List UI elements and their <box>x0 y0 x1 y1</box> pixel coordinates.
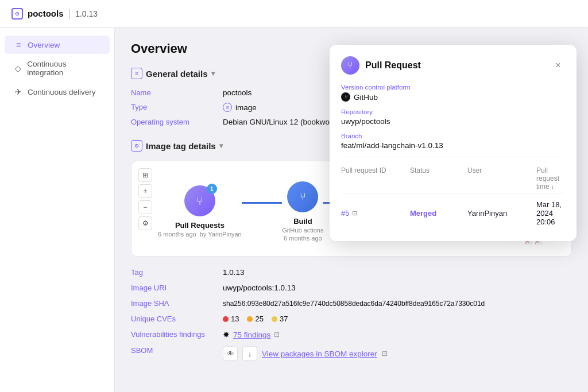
th-status: Status <box>410 166 467 191</box>
cd-icon: ✈ <box>14 87 23 96</box>
sidebar-item-ci[interactable]: ◇ Continuous integration <box>5 55 110 81</box>
popup-field-platform: Version control platform ⑂ GitHub <box>341 84 565 102</box>
type-icon: ⊙ <box>223 103 232 112</box>
connector-pr-build <box>242 202 283 204</box>
cve-red: 13 <box>223 315 239 323</box>
sidebar-label-cd: Continuous delivery <box>28 88 96 96</box>
sidebar-label-overview: Overview <box>28 41 60 49</box>
pipeline-node-pr[interactable]: ⑂ 1 Pull Requests 6 months ago by YarinP… <box>158 185 242 238</box>
popup-title: Pull Request <box>365 60 421 71</box>
sidebar-item-cd[interactable]: ✈ Continuous delivery <box>5 83 110 101</box>
pr-circle[interactable]: ⑂ 1 <box>184 185 215 216</box>
info-value-sha: sha256:093e80d27a516fc9e7740dc50858dedac… <box>223 299 572 308</box>
popup-icon: ⑂ <box>341 56 359 75</box>
overview-icon: ≡ <box>14 40 23 49</box>
info-grid: Tag 1.0.13 Image URI uwyp/poctools:1.0.1… <box>131 268 572 361</box>
general-details-chevron[interactable]: ▾ <box>211 69 215 77</box>
top-bar: ⊙ poctools | 1.0.13 <box>0 0 588 28</box>
popup-header: ⑂ Pull Request × <box>341 56 565 75</box>
cve-orange-dot <box>247 316 253 322</box>
findings-emoji: ✸ <box>223 330 230 339</box>
popup-field-repo: Repository uwyp/poctools <box>341 108 565 126</box>
popup-label-repo: Repository <box>341 108 565 115</box>
info-label-sha: Image SHA <box>131 299 223 308</box>
main-content: Overview ≡ General details ▾ Name poctoo… <box>115 28 588 392</box>
cve-yellow: 37 <box>272 315 288 323</box>
field-label-name: Name <box>131 88 223 97</box>
popup-divider <box>341 157 565 157</box>
info-value-sbom: 👁 ↓ View packages in SBOM explorer ⊡ <box>223 346 572 361</box>
github-icon: ⑂ <box>341 92 350 102</box>
cve-red-dot <box>223 316 229 322</box>
pr-id-icon: ⊡ <box>352 209 357 217</box>
popup-value-platform: ⑂ GitHub <box>341 92 565 102</box>
pr-label: Pull Requests <box>175 221 225 230</box>
field-label-type: Type <box>131 103 223 112</box>
build-label: Build <box>293 217 312 226</box>
info-value-cves: 13 25 37 <box>223 315 572 323</box>
sidebar-label-ci: Continuous integration <box>27 60 100 77</box>
app-logo: ⊙ <box>11 8 23 20</box>
info-label-tag: Tag <box>131 268 223 277</box>
build-circle[interactable]: ⑂ <box>287 181 318 212</box>
popup-title-row: ⑂ Pull Request <box>341 56 421 75</box>
pr-sublabel: 6 months ago by YarinPinyan <box>158 231 242 238</box>
cve-red-count: 13 <box>231 315 239 323</box>
app-title: poctools <box>28 9 64 18</box>
build-icon: ⑂ <box>300 191 306 203</box>
title-divider: | <box>68 7 71 20</box>
pull-request-popup: ⑂ Pull Request × Version control platfor… <box>330 45 577 241</box>
cve-orange: 25 <box>247 315 263 323</box>
sidebar-item-overview[interactable]: ≡ Overview <box>5 36 110 54</box>
popup-value-repo: uwyp/poctools <box>341 117 565 126</box>
th-user: User <box>467 166 536 191</box>
sbom-download-btn[interactable]: ↓ <box>242 346 257 361</box>
info-value-uri: uwyp/poctools:1.0.13 <box>223 284 572 292</box>
popup-table-header: Pull request ID Status User Pull request… <box>341 164 565 193</box>
cve-yellow-dot <box>272 316 277 322</box>
popup-label-platform: Version control platform <box>341 84 565 91</box>
pr-time-cell: Mar 18, 2024 20:06 <box>536 200 565 226</box>
sbom-eye-btn[interactable]: 👁 <box>223 346 238 361</box>
pipeline-node-build[interactable]: ⑂ Build GitHub actions 6 months ago <box>282 181 323 242</box>
build-sublabel-1: GitHub actions <box>282 227 323 234</box>
sbom-external-icon: ⊡ <box>382 350 388 358</box>
info-value-findings: ✸ 75 findings ⊡ <box>223 330 572 339</box>
general-details-title: General details <box>146 69 208 79</box>
pr-badge: 1 <box>207 184 217 194</box>
popup-value-branch: feat/ml/add-langchain-v1.0.13 <box>341 141 565 150</box>
sbom-link[interactable]: View packages in SBOM explorer <box>262 350 377 358</box>
sbom-actions: 👁 ↓ View packages in SBOM explorer ⊡ <box>223 346 388 361</box>
field-label-os: Operating system <box>131 118 223 126</box>
pr-id-cell[interactable]: #5 ⊡ <box>341 209 410 218</box>
popup-label-branch: Branch <box>341 133 565 139</box>
app-version: 1.0.13 <box>75 9 98 18</box>
build-sublabel-2: 6 months ago <box>284 235 322 242</box>
info-label-uri: Image URI <box>131 284 223 292</box>
image-tag-title: Image tag details <box>146 141 216 151</box>
info-label-cves: Unique CVEs <box>131 315 223 323</box>
th-pr-id: Pull request ID <box>341 166 410 191</box>
pr-icon: ⑂ <box>196 195 203 208</box>
cve-yellow-count: 37 <box>280 315 288 323</box>
pr-status-cell: Merged <box>410 209 467 218</box>
info-value-tag: 1.0.13 <box>223 268 572 277</box>
ci-icon: ◇ <box>14 64 22 73</box>
sidebar: ≡ Overview ◇ Continuous integration ✈ Co… <box>0 28 115 392</box>
popup-field-branch: Branch feat/ml/add-langchain-v1.0.13 <box>341 133 565 150</box>
findings-link[interactable]: 75 findings <box>233 331 270 339</box>
info-label-findings: Vulnerabilities findings <box>131 330 223 339</box>
image-tag-icon: ⊙ <box>131 140 142 152</box>
th-time[interactable]: Pull request time ↓ <box>536 166 565 191</box>
general-details-icon: ≡ <box>131 68 142 79</box>
pr-id-value: #5 <box>341 209 349 218</box>
findings-external-icon: ⊡ <box>274 331 280 339</box>
pr-user-cell: YarinPinyan <box>467 209 536 218</box>
popup-table-row: #5 ⊡ Merged YarinPinyan Mar 18, 2024 20:… <box>341 197 565 230</box>
image-tag-chevron[interactable]: ▾ <box>219 142 223 150</box>
cve-orange-count: 25 <box>255 315 263 323</box>
info-label-sbom: SBOM <box>131 346 223 361</box>
popup-close-button[interactable]: × <box>551 59 565 72</box>
